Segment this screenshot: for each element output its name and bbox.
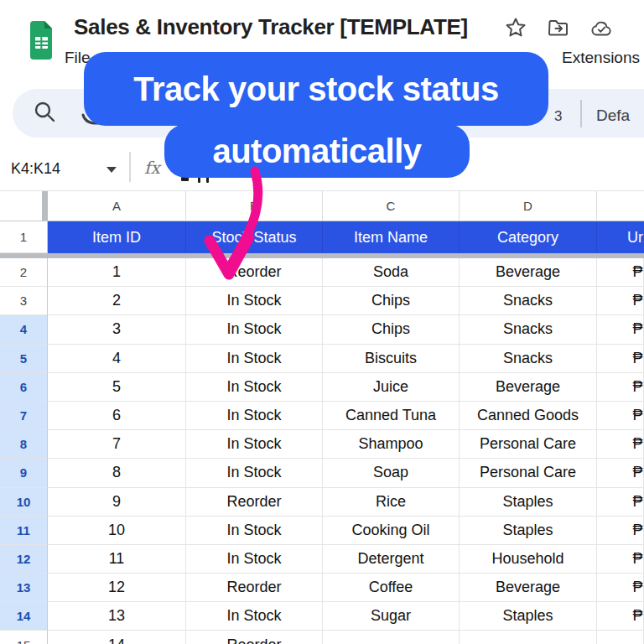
row-header-5[interactable]: 5: [0, 345, 48, 373]
cell-item-id[interactable]: 3: [48, 315, 186, 344]
cell-category[interactable]: Snacks: [460, 315, 597, 344]
row-header-8[interactable]: 8: [0, 430, 48, 459]
cell-unit-price-partial[interactable]: ₱: [597, 373, 644, 402]
cell-category[interactable]: Personal Care: [460, 459, 597, 487]
number-format-button-partial[interactable]: 3: [554, 108, 562, 125]
cell-item-id[interactable]: 7: [48, 430, 186, 459]
header-cell-category[interactable]: Category: [460, 221, 597, 253]
move-to-folder-icon[interactable]: [547, 16, 570, 39]
cell-stock-status[interactable]: Reorder: [186, 488, 323, 517]
cell-unit-price-partial[interactable]: ₱: [597, 402, 644, 430]
cell-item-name[interactable]: Chips: [323, 315, 460, 344]
cell-stock-status[interactable]: In Stock: [186, 287, 323, 315]
row-header-10[interactable]: 10: [0, 488, 48, 517]
cell-item-name[interactable]: Canned Tuna: [323, 402, 460, 430]
cell-item-name[interactable]: Soda: [323, 258, 460, 287]
cell-unit-price-partial[interactable]: ₱: [597, 574, 644, 602]
cell-item-id[interactable]: 14: [48, 631, 186, 644]
name-box-caret-icon[interactable]: [106, 167, 117, 173]
row-header-12[interactable]: 12: [0, 545, 48, 574]
cell-item-name[interactable]: Detergent: [323, 545, 460, 574]
cell-category[interactable]: Snacks: [460, 345, 597, 373]
cell-category[interactable]: Beverage: [460, 574, 597, 602]
freeze-handle[interactable]: [42, 191, 48, 221]
cell-unit-price-partial[interactable]: ₱: [597, 488, 644, 517]
menu-extensions[interactable]: Extensions: [562, 49, 640, 67]
cell-item-name[interactable]: Sugar: [323, 602, 460, 631]
cell-unit-price-partial[interactable]: ₱: [597, 459, 644, 487]
cell-item-name[interactable]: Shampoo: [323, 430, 460, 459]
cell-item-name[interactable]: Chips: [323, 287, 460, 315]
cell-item-name[interactable]: Juice: [323, 373, 460, 402]
row-header-3[interactable]: 3: [0, 287, 48, 315]
cell-unit-price-partial[interactable]: ₱: [597, 287, 644, 315]
row-header-2[interactable]: 2: [0, 258, 48, 287]
cell-stock-status[interactable]: Reorder: [186, 574, 323, 602]
cell-category[interactable]: Staples: [460, 517, 597, 545]
cell-item-id[interactable]: 12: [48, 574, 186, 602]
row-header-1[interactable]: 1: [0, 221, 48, 253]
row-header-7[interactable]: 7: [0, 402, 48, 430]
cell-item-id[interactable]: 1: [48, 258, 186, 287]
row-header-15[interactable]: 15: [0, 631, 48, 644]
header-cell-item-name[interactable]: Item Name: [323, 221, 460, 253]
cell-stock-status[interactable]: In Stock: [186, 545, 323, 574]
cell-item-name[interactable]: Soap: [323, 459, 460, 487]
cell-stock-status[interactable]: In Stock: [186, 459, 323, 487]
column-header-c[interactable]: C: [323, 191, 460, 221]
select-all-corner[interactable]: [0, 191, 48, 221]
column-header-a[interactable]: A: [48, 191, 186, 221]
cloud-saved-icon[interactable]: [589, 17, 613, 40]
column-header-d[interactable]: D: [460, 191, 597, 221]
row-header-9[interactable]: 9: [0, 459, 48, 487]
cell-category[interactable]: Snacks: [460, 287, 597, 315]
cell-category[interactable]: Staples: [460, 602, 597, 631]
cell-stock-status[interactable]: In Stock: [186, 430, 323, 459]
cell-category[interactable]: Canned Goods: [460, 402, 597, 430]
cell-item-id[interactable]: 13: [48, 602, 186, 631]
column-header-e[interactable]: [597, 191, 644, 221]
cell-item-id[interactable]: 10: [48, 517, 186, 545]
cell-category[interactable]: Beverage: [460, 373, 597, 402]
cell-category[interactable]: Personal Care: [460, 430, 597, 459]
document-title[interactable]: Sales & Inventory Tracker [TEMPLATE]: [74, 14, 468, 40]
cell-stock-status[interactable]: In Stock: [186, 315, 323, 344]
header-cell-stock-status[interactable]: Stock Status: [186, 221, 323, 253]
row-header-13[interactable]: 13: [0, 574, 48, 602]
cell-stock-status[interactable]: In Stock: [186, 345, 323, 373]
cell-unit-price-partial[interactable]: [597, 631, 644, 644]
cell-item-id[interactable]: 8: [48, 459, 186, 487]
cell-item-name[interactable]: Biscuits: [323, 345, 460, 373]
star-icon[interactable]: [504, 16, 527, 39]
cell-unit-price-partial[interactable]: ₱: [597, 258, 644, 287]
cell-item-id[interactable]: 5: [48, 373, 186, 402]
cell-stock-status[interactable]: In Stock: [186, 517, 323, 545]
cell-category[interactable]: Household: [460, 545, 597, 574]
row-header-4[interactable]: 4: [0, 315, 48, 344]
cell-item-name[interactable]: Rice: [323, 488, 460, 517]
cell-stock-status[interactable]: In Stock: [186, 602, 323, 631]
cell-stock-status[interactable]: Reorder: [186, 258, 323, 287]
cell-item-id[interactable]: 11: [48, 545, 186, 574]
cell-stock-status[interactable]: In Stock: [186, 373, 323, 402]
cell-unit-price-partial[interactable]: ₱: [597, 430, 644, 459]
cell-stock-status[interactable]: In Stock: [186, 402, 323, 430]
font-family-selector[interactable]: Defa: [596, 106, 630, 125]
cell-item-name[interactable]: Cooking Oil: [323, 517, 460, 545]
cell-category[interactable]: [460, 631, 597, 644]
cell-item-name[interactable]: [323, 631, 460, 644]
cell-unit-price-partial[interactable]: ₱: [597, 517, 644, 545]
row-header-14[interactable]: 14: [0, 602, 48, 631]
search-icon[interactable]: [33, 100, 56, 123]
header-cell-item-id[interactable]: Item ID: [48, 221, 186, 253]
column-header-b[interactable]: B: [186, 191, 323, 221]
cell-item-id[interactable]: 6: [48, 402, 186, 430]
cell-stock-status[interactable]: Reorder: [186, 631, 323, 644]
cell-unit-price-partial[interactable]: ₱: [597, 602, 644, 631]
cell-unit-price-partial[interactable]: ₱: [597, 545, 644, 574]
cell-item-id[interactable]: 2: [48, 287, 186, 315]
row-header-11[interactable]: 11: [0, 517, 48, 545]
cell-category[interactable]: Beverage: [460, 258, 597, 287]
cell-item-id[interactable]: 9: [48, 488, 186, 517]
row-header-6[interactable]: 6: [0, 373, 48, 402]
